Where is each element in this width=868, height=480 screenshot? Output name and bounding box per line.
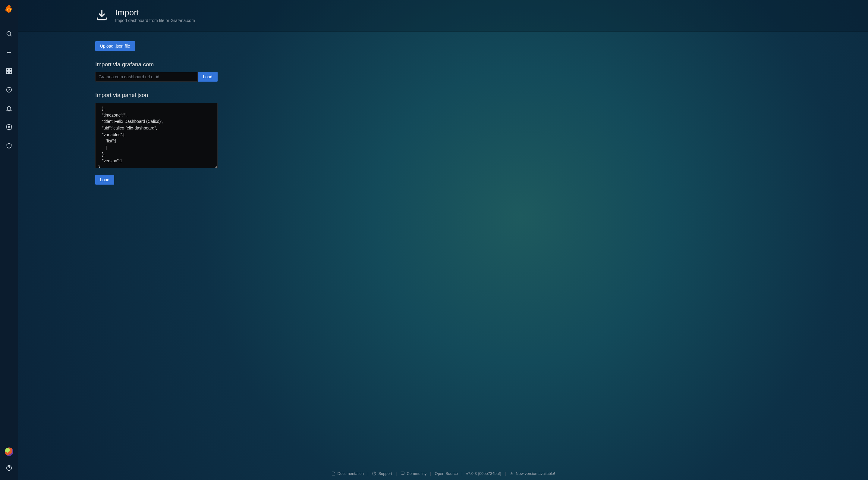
sidebar-item-server-admin[interactable] — [3, 140, 15, 152]
footer-version[interactable]: v7.0.3 (00ee734baf) — [466, 471, 501, 476]
footer-support-label: Support — [378, 471, 392, 476]
grafana-logo[interactable] — [4, 4, 14, 14]
page-header: Import Import dashboard from file or Gra… — [18, 0, 868, 32]
footer-version-label: v7.0.3 (00ee734baf) — [466, 471, 501, 476]
page-subtitle: Import dashboard from file or Grafana.co… — [115, 18, 195, 23]
svg-rect-6 — [9, 69, 11, 70]
svg-line-2 — [10, 35, 11, 36]
sidebar-item-configuration[interactable] — [3, 121, 15, 133]
sidebar-item-alerting[interactable] — [3, 102, 15, 114]
footer-documentation[interactable]: Documentation — [331, 471, 364, 476]
grafana-load-button[interactable]: Load — [198, 72, 218, 81]
footer-open-source[interactable]: Open Source — [435, 471, 458, 476]
import-panel-json-heading: Import via panel json — [95, 92, 367, 99]
sidebar — [0, 0, 18, 480]
footer-community[interactable]: Community — [400, 471, 427, 476]
sidebar-item-explore[interactable] — [3, 84, 15, 96]
sidebar-item-create[interactable] — [3, 46, 15, 59]
svg-rect-8 — [9, 72, 11, 73]
svg-point-11 — [8, 126, 10, 128]
footer-community-label: Community — [407, 471, 427, 476]
svg-point-1 — [7, 32, 10, 36]
footer-documentation-label: Documentation — [338, 471, 364, 476]
grafana-url-input[interactable] — [95, 72, 198, 81]
svg-point-15 — [374, 474, 374, 475]
svg-rect-5 — [6, 69, 8, 70]
import-grafana-heading: Import via grafana.com — [95, 61, 367, 68]
svg-rect-7 — [6, 72, 8, 73]
svg-point-13 — [9, 469, 9, 470]
panel-json-load-button[interactable]: Load — [95, 175, 114, 184]
sidebar-item-dashboards[interactable] — [3, 65, 15, 77]
panel-json-textarea[interactable] — [95, 103, 218, 168]
footer-open-source-label: Open Source — [435, 471, 458, 476]
import-icon — [95, 8, 108, 23]
footer-support[interactable]: Support — [372, 471, 392, 476]
avatar[interactable] — [5, 447, 13, 456]
main: Import Import dashboard from file or Gra… — [18, 0, 868, 480]
page-title: Import — [115, 8, 195, 18]
svg-marker-10 — [8, 89, 10, 91]
upload-json-button[interactable]: Upload .json file — [95, 41, 135, 51]
sidebar-item-search[interactable] — [3, 28, 15, 40]
footer: Documentation | Support | Community | Op… — [18, 471, 868, 476]
sidebar-item-help[interactable] — [3, 462, 15, 474]
footer-new-version[interactable]: New version available! — [509, 471, 555, 476]
footer-new-version-label: New version available! — [516, 471, 555, 476]
